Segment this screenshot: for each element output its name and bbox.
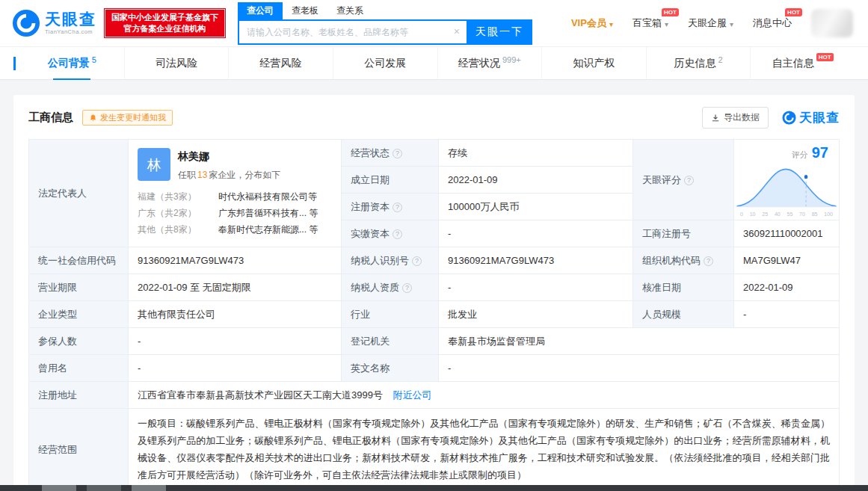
info-icon[interactable] — [393, 229, 402, 239]
field-value: 批发业 — [439, 301, 633, 328]
export-data-button[interactable]: 导出数据 — [702, 107, 769, 129]
field-value: 2022-01-09 至 无固定期限 — [129, 274, 342, 301]
field-value: - — [129, 328, 342, 355]
field-label: 曾用名 — [29, 355, 129, 382]
menu-vip[interactable]: VIP会员 — [571, 16, 613, 30]
taskbar-item — [132, 485, 166, 491]
serve-summary: 任职13家企业，分布如下 — [178, 168, 280, 182]
tab-operating-status[interactable]: 经营状况 999+ — [437, 47, 542, 79]
search-clear-icon[interactable] — [454, 25, 460, 37]
tab-history-info[interactable]: 历史信息 2 — [646, 47, 751, 79]
info-icon[interactable] — [393, 149, 402, 158]
list-item: 福建（共3家） 时代永福科技有限公司等 — [138, 188, 332, 205]
download-icon — [711, 114, 720, 123]
section-title: 工商信息 — [28, 111, 73, 125]
search-tab-boss[interactable]: 查老板 — [283, 2, 327, 19]
field-value: - — [439, 355, 840, 382]
field-value: 其他有限责任公司 — [129, 301, 342, 328]
field-label: 天眼评分 — [633, 140, 734, 220]
field-label: 组织机构代码 — [633, 247, 734, 274]
search-type-tabs: 查公司 查老板 查关系 — [238, 2, 532, 19]
top-header: 天眼查 TianYanCha.com 国家中小企业发展子基金旗下 官方备案企业征… — [0, 0, 868, 46]
list-item: 其他（共8家） 奉新时代志存新能源... 等 — [138, 221, 332, 238]
tianyancha-watermark: 天眼查 — [782, 109, 840, 126]
tab-company-background[interactable]: 公司背景 5 — [20, 47, 124, 79]
field-label: 参保人数 — [29, 328, 129, 355]
search-input[interactable] — [238, 19, 467, 45]
tab-self-info[interactable]: 自主信息 HOT — [750, 47, 855, 79]
field-label: 成立日期 — [342, 167, 439, 194]
site-logo[interactable]: 天眼查 TianYanCha.com — [12, 9, 96, 37]
score-curve-chart — [734, 160, 839, 211]
field-value: - — [129, 355, 342, 382]
chevron-down-icon — [663, 18, 668, 29]
logo-title: 天眼查 — [45, 11, 96, 27]
legal-representative-cell: 林 林美娜 任职13家企业，分布如下 福建（共3家） 时代永福科技有限公司等 — [129, 140, 342, 247]
bell-icon — [89, 114, 97, 123]
gov-badge-line1: 国家中小企业发展子基金旗下 — [111, 12, 218, 23]
field-value: 100000万人民币 — [439, 194, 633, 220]
search-tab-relation[interactable]: 查关系 — [327, 2, 372, 19]
taskbar-item — [42, 485, 76, 491]
menu-treasure-box[interactable]: 百宝箱 HOT — [632, 16, 668, 30]
field-label: 人员规模 — [633, 301, 734, 328]
field-label: 统一社会信用代码 — [29, 247, 129, 274]
info-icon[interactable] — [704, 256, 713, 266]
field-value: 2022-01-09 — [734, 274, 840, 301]
tab-company-development[interactable]: 公司发展 — [333, 47, 437, 79]
menu-enterprise-service[interactable]: 天眼企服 — [688, 16, 733, 30]
field-label: 登记机关 — [342, 328, 439, 355]
field-value: - — [734, 301, 840, 328]
company-link[interactable]: 时代永福科技有限公司等 — [218, 188, 317, 205]
info-icon[interactable] — [393, 203, 402, 212]
field-value: 360921110002001 — [734, 220, 840, 247]
watermark-text: 天眼查 — [799, 109, 840, 126]
tab-intellectual-property[interactable]: 知识产权 — [541, 47, 646, 79]
field-value: 91360921MA7G9LW473 — [129, 247, 342, 274]
field-label: 经营状态 — [342, 140, 439, 167]
info-icon[interactable] — [684, 176, 694, 185]
score-value: 97 — [812, 146, 828, 160]
list-item: 广东（共2家） 广东邦普循环科技有... 等 — [138, 205, 332, 221]
info-icon[interactable] — [402, 283, 412, 293]
change-notify-button[interactable]: 发生变更时通知我 — [82, 110, 173, 126]
score-caption: 评分 — [792, 148, 808, 162]
field-label: 法定代表人 — [29, 140, 129, 247]
search-area: 查公司 查老板 查关系 天眼一下 — [238, 2, 532, 45]
field-value: 奉新县市场监督管理局 — [439, 328, 840, 355]
region-label: 广东（共2家） — [138, 205, 218, 221]
field-label: 纳税人识别号 — [342, 247, 439, 274]
tab-judicial-risk[interactable]: 司法风险 — [124, 47, 229, 79]
company-link[interactable]: 奉新时代志存新能源... 等 — [218, 221, 318, 238]
tianyan-score-cell[interactable]: 评分 97 010 2540 5570 85100 — [734, 140, 840, 220]
field-label: 企业类型 — [29, 301, 129, 328]
info-icon[interactable] — [412, 256, 422, 266]
field-label: 行业 — [342, 301, 439, 328]
legal-rep-name-link[interactable]: 林美娜 — [178, 149, 280, 163]
field-label: 工商注册号 — [633, 220, 734, 247]
menu-message-center[interactable]: 消息中心 HOT — [753, 16, 792, 30]
serve-count: 13 — [197, 170, 207, 180]
business-info-card: 工商信息 发生变更时通知我 导出数据 天眼查 — [13, 95, 855, 491]
serve-distribution: 福建（共3家） 时代永福科技有限公司等 广东（共2家） 广东邦普循环科技有...… — [138, 188, 332, 238]
taskbar-item — [87, 485, 121, 491]
search-tab-company[interactable]: 查公司 — [238, 2, 283, 19]
avatar[interactable]: 林 — [138, 148, 170, 181]
field-label: 核准日期 — [633, 274, 734, 301]
hot-badge: HOT — [816, 53, 834, 61]
field-value: - — [439, 274, 633, 301]
nearby-companies-link[interactable]: 附近公司 — [393, 389, 432, 401]
field-value: 存续 — [439, 140, 633, 167]
chevron-down-icon — [608, 18, 613, 29]
field-label: 英文名称 — [342, 355, 439, 382]
registered-address-cell: 江西省宜春市奉新县高新技术产业园区天工南大道3999号 附近公司 — [129, 382, 840, 409]
tab-count: 999+ — [502, 55, 521, 64]
user-avatar-blurred[interactable] — [811, 9, 853, 37]
business-info-table: 法定代表人 林 林美娜 任职13家企业，分布如下 福建（共3家） 时代永福科技有… — [28, 139, 840, 490]
search-button[interactable]: 天眼一下 — [467, 19, 532, 45]
field-label: 实缴资本 — [342, 220, 439, 247]
hot-badge: HOT — [785, 8, 802, 16]
company-link[interactable]: 广东邦普循环科技有... 等 — [218, 205, 318, 221]
address-value: 江西省宜春市奉新县高新技术产业园区天工南大道3999号 — [138, 389, 383, 401]
tab-operating-risk[interactable]: 经营风险 — [228, 47, 333, 79]
